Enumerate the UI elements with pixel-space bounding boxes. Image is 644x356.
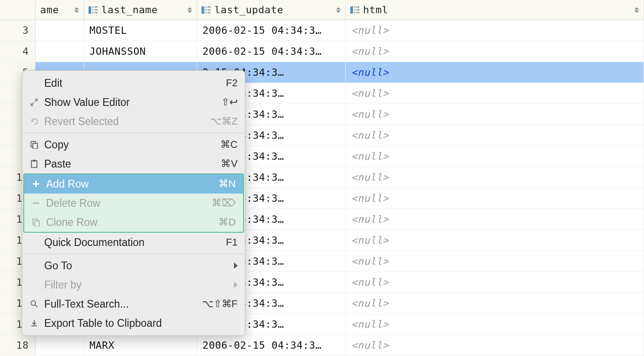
svg-rect-5	[92, 12, 93, 13]
menu-clone-row: Clone Row ⌘D	[24, 213, 243, 232]
row-number[interactable]: 3	[0, 20, 36, 41]
menu-show-value-editor[interactable]: Show Value Editor ⇧↩	[22, 93, 245, 112]
cell-html[interactable]: <null>	[346, 335, 644, 356]
sort-icon[interactable]	[74, 7, 79, 13]
svg-rect-19	[354, 12, 355, 13]
null-value: <null>	[351, 109, 389, 120]
menu-edit[interactable]: Edit F2	[22, 73, 245, 93]
null-value: <null>	[351, 88, 389, 99]
cell-html[interactable]: <null>	[346, 293, 644, 314]
column-header-html[interactable]: html	[346, 0, 644, 20]
cell-last-update[interactable]: 2006-02-15 04:34:3…	[197, 335, 346, 356]
null-value: <null>	[351, 235, 389, 246]
null-value: <null>	[351, 214, 389, 225]
null-value: <null>	[351, 25, 389, 36]
chevron-right-icon	[234, 282, 238, 288]
cell-html[interactable]: <null>	[346, 41, 644, 62]
sort-icon[interactable]	[336, 7, 341, 13]
svg-rect-8	[205, 6, 207, 8]
menu-paste[interactable]: Paste ⌘V	[22, 154, 245, 173]
column-header-last-update[interactable]: last_update	[197, 0, 346, 20]
cell-html[interactable]: <null>	[346, 272, 644, 293]
menu-quick-documentation[interactable]: Quick Documentation F1	[22, 233, 245, 252]
cell-html[interactable]: <null>	[346, 20, 644, 41]
menu-copy[interactable]: Copy ⌘C	[22, 135, 245, 154]
cell-last-name[interactable]: MARX	[84, 335, 197, 356]
svg-rect-14	[350, 6, 353, 14]
menu-go-to[interactable]: Go To	[22, 256, 245, 275]
svg-rect-24	[33, 160, 36, 162]
table-row[interactable]: 4JOHANSSON2006-02-15 04:34:3…<null>	[0, 41, 644, 62]
svg-rect-10	[205, 9, 207, 10]
sort-icon[interactable]	[187, 7, 192, 13]
column-label: last_update	[214, 4, 333, 16]
menu-revert-selected: Revert Selected ⌥⌘Z	[22, 112, 245, 131]
row-number[interactable]: 4	[0, 41, 36, 62]
expand-icon	[28, 98, 41, 106]
plus-icon	[30, 180, 42, 188]
column-type-icon	[88, 6, 98, 14]
svg-rect-7	[202, 6, 204, 14]
cell-last-name[interactable]: MOSTEL	[84, 20, 197, 41]
table-row[interactable]: 18MARX2006-02-15 04:34:3…<null>	[0, 335, 644, 356]
menu-export-clipboard[interactable]: Export Table to Clipboard	[22, 314, 245, 333]
cell-html[interactable]: <null>	[346, 146, 644, 167]
cell-html[interactable]: <null>	[346, 125, 644, 146]
minus-icon	[30, 199, 42, 207]
menu-separator	[22, 254, 245, 254]
menu-delete-row: Delete Row ⌘⌦	[24, 194, 243, 213]
cell-last-update[interactable]: 2006-02-15 04:34:3…	[197, 41, 346, 62]
table-row[interactable]: 3MOSTEL2006-02-15 04:34:3…<null>	[0, 20, 644, 41]
svg-rect-3	[92, 9, 93, 10]
svg-rect-26	[35, 221, 39, 226]
null-value: <null>	[351, 319, 389, 330]
menu-separator	[22, 133, 245, 133]
svg-rect-17	[354, 9, 355, 10]
null-value: <null>	[351, 256, 389, 267]
cell-html[interactable]: <null>	[346, 209, 644, 230]
sort-icon[interactable]	[634, 7, 639, 13]
null-value: <null>	[351, 46, 389, 57]
cell-html[interactable]: <null>	[346, 314, 644, 335]
cell-name[interactable]	[36, 41, 84, 62]
cell-html[interactable]: <null>	[346, 83, 644, 104]
cell-html[interactable]: <null>	[346, 188, 644, 209]
cell-last-name[interactable]: JOHANSSON	[84, 41, 197, 62]
null-value: <null>	[351, 193, 389, 204]
svg-rect-23	[31, 161, 37, 168]
svg-rect-2	[94, 6, 98, 8]
null-value: <null>	[351, 172, 389, 183]
null-value: <null>	[351, 340, 389, 351]
cell-html[interactable]: <null>	[346, 230, 644, 251]
column-header-name[interactable]: ame	[36, 0, 84, 20]
svg-rect-12	[205, 12, 207, 13]
menu-filter-by: Filter by	[22, 275, 245, 294]
cell-html[interactable]: <null>	[346, 104, 644, 125]
svg-rect-22	[33, 143, 37, 149]
undo-icon	[28, 117, 41, 126]
menu-add-row[interactable]: Add Row ⌘N	[24, 174, 243, 194]
svg-point-27	[31, 301, 36, 305]
cell-name[interactable]	[36, 335, 84, 356]
cell-name[interactable]	[36, 20, 84, 41]
cell-last-update[interactable]: 2006-02-15 04:34:3…	[197, 20, 346, 41]
menu-full-text-search[interactable]: Full-Text Search... ⌥⇧⌘F	[22, 294, 245, 314]
cell-html[interactable]: <null>	[346, 62, 644, 83]
download-icon	[28, 319, 41, 327]
context-menu: Edit F2 Show Value Editor ⇧↩ Revert Sele…	[22, 70, 245, 336]
svg-rect-13	[208, 12, 211, 13]
cell-html[interactable]: <null>	[346, 251, 644, 272]
row-ops-group: Add Row ⌘N Delete Row ⌘⌦ Clone Row ⌘D	[23, 173, 244, 233]
column-header-last-name[interactable]: last_name	[84, 0, 197, 20]
svg-rect-11	[208, 9, 211, 10]
cell-html[interactable]: <null>	[346, 167, 644, 188]
row-number[interactable]: 18	[0, 335, 36, 356]
svg-rect-16	[356, 6, 359, 8]
clone-icon	[30, 218, 42, 226]
column-label: last_name	[101, 4, 185, 16]
null-value: <null>	[351, 277, 389, 288]
null-value: <null>	[351, 67, 389, 78]
column-label: html	[363, 4, 632, 16]
null-value: <null>	[351, 130, 389, 141]
search-icon	[28, 300, 41, 308]
